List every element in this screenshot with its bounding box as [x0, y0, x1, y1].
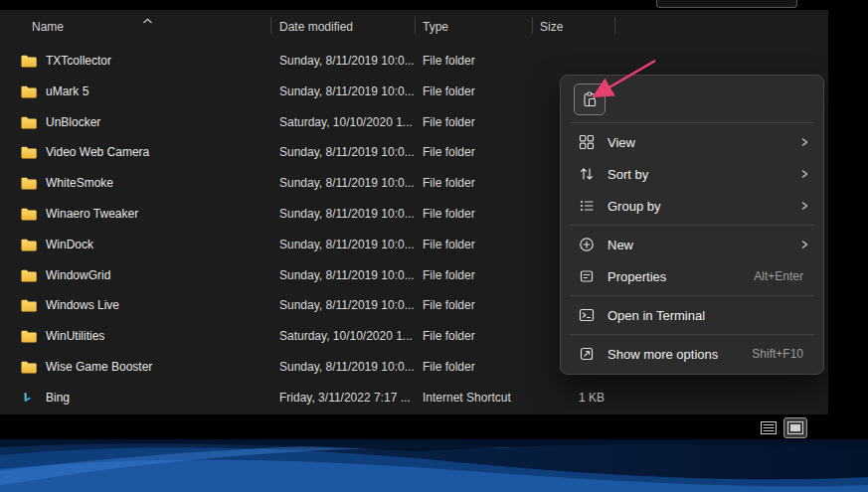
file-type: File folder — [423, 54, 475, 68]
menu-item-open-in-terminal[interactable]: Open in Terminal — [565, 299, 819, 331]
chevron-right-icon — [797, 134, 811, 150]
folder-icon — [21, 269, 37, 282]
group-by-icon — [579, 198, 595, 214]
file-icon-cell — [21, 55, 37, 68]
file-date-modified: Saturday, 10/10/2020 1... — [279, 115, 413, 129]
context-menu: View Sort by Group by New — [560, 75, 824, 375]
file-icon-cell — [21, 85, 37, 98]
file-type: File folder — [423, 329, 475, 343]
file-type: File folder — [423, 145, 475, 159]
file-name: WinDock — [46, 238, 93, 251]
menu-item-group-by[interactable]: Group by — [565, 190, 819, 222]
menu-item-sort-by[interactable]: Sort by — [565, 158, 819, 190]
desktop-wallpaper — [0, 439, 868, 492]
column-header-type[interactable]: Type — [423, 20, 448, 34]
file-date-modified: Sunday, 8/11/2019 10:0... — [279, 360, 415, 374]
folder-icon — [21, 208, 37, 221]
file-date-modified: Saturday, 10/10/2020 1... — [279, 329, 413, 343]
file-type: File folder — [423, 238, 475, 251]
file-date-modified: Sunday, 8/11/2019 10:0... — [279, 176, 415, 190]
file-type: File folder — [423, 84, 475, 98]
file-name: Winaero Tweaker — [46, 207, 138, 221]
context-menu-quick-actions — [565, 80, 819, 119]
file-icon-cell — [21, 269, 37, 282]
chevron-right-icon — [797, 198, 811, 214]
file-icon-cell — [21, 116, 37, 129]
sort-icon — [579, 166, 595, 182]
folder-icon — [21, 85, 37, 98]
file-icon-cell — [21, 299, 37, 312]
menu-separator — [570, 225, 814, 226]
file-type: File folder — [423, 268, 475, 282]
menu-separator — [570, 334, 814, 335]
file-icon-cell — [21, 208, 37, 221]
column-divider — [415, 17, 416, 34]
file-name: WhiteSmoke — [46, 176, 113, 190]
menu-item-show-more-options[interactable]: Show more options Shift+F10 — [565, 338, 819, 370]
column-divider — [270, 17, 271, 34]
column-header-name[interactable]: Name — [32, 20, 64, 34]
folder-icon — [21, 55, 37, 68]
column-divider — [532, 17, 533, 34]
menu-item-label: Sort by — [608, 167, 797, 182]
file-icon-cell — [21, 330, 37, 343]
menu-item-label: Open in Terminal — [608, 308, 811, 323]
status-bar — [0, 414, 868, 439]
file-name: UnBlocker — [46, 115, 100, 129]
folder-icon — [21, 239, 37, 251]
menu-separator — [570, 122, 814, 123]
details-view-icon — [761, 421, 777, 434]
toolbar-dropdown-outline[interactable] — [656, 0, 797, 8]
file-type: File folder — [423, 115, 475, 129]
view-mode-toggles — [757, 417, 807, 438]
file-name: uMark 5 — [46, 84, 88, 98]
folder-icon — [21, 177, 37, 190]
column-header-date-modified[interactable]: Date modified — [279, 20, 353, 34]
menu-item-label: View — [608, 135, 797, 150]
folder-icon — [21, 299, 37, 312]
large-icons-view-button[interactable] — [783, 417, 807, 438]
file-name: WinUtilities — [46, 329, 104, 343]
menu-item-shortcut: Shift+F10 — [752, 347, 803, 361]
file-date-modified: Sunday, 8/11/2019 10:0... — [279, 54, 415, 68]
chevron-right-icon — [797, 166, 811, 182]
menu-item-label: New — [608, 238, 797, 252]
column-header-size[interactable]: Size — [540, 20, 563, 34]
folder-icon — [21, 116, 37, 129]
file-icon-cell — [21, 239, 37, 251]
file-name: Windows Live — [46, 298, 119, 312]
menu-item-properties[interactable]: Properties Alt+Enter — [565, 260, 819, 292]
file-type: File folder — [423, 207, 475, 221]
menu-item-new[interactable]: New — [565, 229, 819, 260]
file-date-modified: Sunday, 8/11/2019 10:0... — [279, 84, 415, 98]
new-icon — [579, 237, 595, 252]
file-size: 1 KB — [527, 391, 605, 405]
file-name: Wise Game Booster — [46, 360, 152, 374]
folder-icon — [21, 146, 37, 159]
menu-item-view[interactable]: View — [565, 126, 819, 158]
file-row[interactable]: TXTcollector Sunday, 8/11/2019 10:0... F… — [0, 46, 828, 77]
menu-item-label: Group by — [608, 199, 797, 214]
file-icon-cell — [21, 392, 37, 405]
show-more-options-icon — [579, 346, 595, 362]
file-date-modified: Sunday, 8/11/2019 10:0... — [279, 298, 415, 312]
internet-shortcut-icon — [21, 392, 35, 405]
paste-button[interactable] — [574, 83, 606, 115]
file-name: TXTcollector — [46, 54, 111, 68]
title-bar — [0, 0, 868, 10]
file-date-modified: Sunday, 8/11/2019 10:0... — [279, 238, 415, 251]
file-name: Bing — [46, 391, 70, 405]
file-type: Internet Shortcut — [423, 391, 511, 405]
menu-item-label: Show more options — [608, 347, 752, 362]
folder-icon — [21, 361, 37, 374]
menu-item-label: Properties — [608, 269, 754, 284]
file-type: File folder — [423, 298, 475, 312]
terminal-icon — [579, 307, 595, 323]
file-row[interactable]: Bing Friday, 3/11/2022 7:17 ... Internet… — [0, 383, 828, 413]
sort-ascending-icon — [142, 13, 153, 27]
properties-icon — [579, 268, 595, 284]
column-divider — [614, 17, 615, 34]
file-icon-cell — [21, 361, 37, 374]
file-type: File folder — [423, 176, 475, 190]
details-view-button[interactable] — [757, 417, 781, 438]
